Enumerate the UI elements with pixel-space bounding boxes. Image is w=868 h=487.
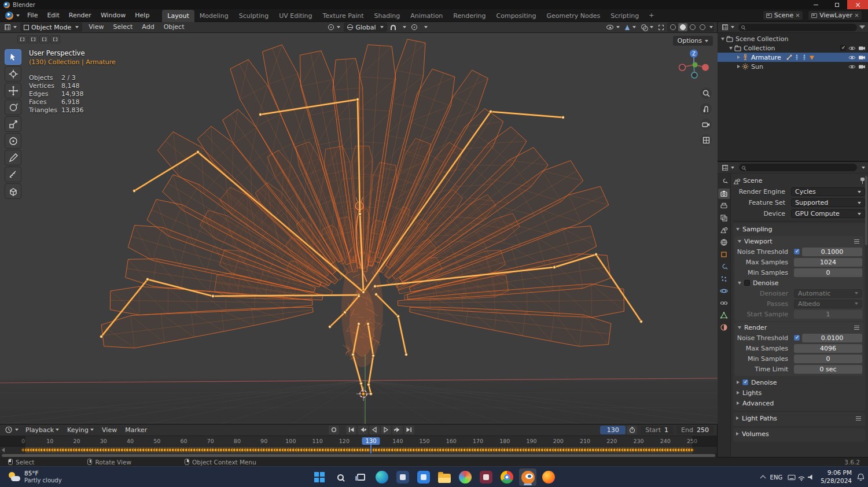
- chat-app[interactable]: [394, 468, 411, 486]
- viewport-noise-threshold-field[interactable]: 0.1000: [802, 248, 862, 256]
- keyframe-strip[interactable]: [0, 447, 717, 453]
- gizmo-x-negative[interactable]: [679, 64, 686, 71]
- task-view-button[interactable]: [352, 468, 370, 486]
- render-engine-dropdown[interactable]: Cycles: [791, 187, 865, 196]
- maximize-button[interactable]: [826, 0, 847, 9]
- navigation-gizmo[interactable]: Z: [677, 48, 711, 82]
- proportional-falloff-dropdown[interactable]: [421, 23, 429, 32]
- workspace-tab-animation[interactable]: Animation: [405, 10, 448, 22]
- noise-threshold-checkbox[interactable]: [794, 249, 800, 254]
- transform-tool-button[interactable]: [5, 133, 21, 149]
- toggle-orthographic-button[interactable]: [700, 134, 712, 146]
- select-box-mini-button[interactable]: [50, 35, 60, 43]
- notification-bell[interactable]: [857, 473, 865, 481]
- denoise-panel-header[interactable]: Denoise: [735, 377, 863, 388]
- annotate-tool-button[interactable]: [5, 150, 21, 165]
- store-app[interactable]: [415, 468, 432, 486]
- viewport-menu-object[interactable]: Object: [159, 21, 189, 34]
- search-button[interactable]: [332, 468, 349, 486]
- render-denoise-checkbox[interactable]: [742, 379, 748, 385]
- properties-search-input[interactable]: [739, 164, 857, 171]
- proportional-editing-toggle[interactable]: [410, 23, 419, 32]
- device-dropdown[interactable]: GPU Compute: [791, 209, 865, 218]
- workspace-tab-uv-editing[interactable]: UV Editing: [274, 10, 317, 22]
- play-button[interactable]: [381, 426, 391, 434]
- timeline-scrollbar[interactable]: [0, 453, 717, 458]
- advanced-panel-header[interactable]: Advanced: [735, 398, 863, 408]
- render-subpanel-header[interactable]: Render: [736, 322, 862, 333]
- chrome-app[interactable]: [498, 468, 516, 486]
- properties-tab-world[interactable]: [718, 237, 730, 248]
- frame-end-field[interactable]: End 250: [676, 426, 713, 434]
- viewport-denoise-checkbox[interactable]: [744, 280, 750, 286]
- play-reverse-button[interactable]: [369, 426, 380, 434]
- timeline-menu-keying[interactable]: Keying: [63, 426, 98, 434]
- preset-menu-icon[interactable]: [854, 239, 860, 244]
- workspace-tab-texture-paint[interactable]: Texture Paint: [318, 10, 369, 22]
- pin-icon[interactable]: [860, 178, 865, 184]
- select-box-tool-button[interactable]: [5, 49, 21, 65]
- properties-tab-output[interactable]: [718, 201, 730, 211]
- workspace-tab-geometry-nodes[interactable]: Geometry Nodes: [541, 10, 605, 22]
- move-tool-button[interactable]: [5, 83, 21, 98]
- blender-app[interactable]: [519, 468, 536, 486]
- gizmo-x-axis[interactable]: [702, 64, 709, 71]
- viewlayer-selector[interactable]: ViewLayer: [808, 10, 862, 20]
- properties-scrollbar[interactable]: [865, 176, 867, 245]
- show-gizmos-dropdown[interactable]: [623, 23, 638, 32]
- properties-tab-particles[interactable]: [718, 274, 730, 284]
- snapping-dropdown[interactable]: [399, 23, 408, 32]
- photos-app[interactable]: [457, 468, 474, 486]
- jump-prev-keyframe-button[interactable]: [358, 426, 368, 434]
- properties-tab-constraints[interactable]: [718, 298, 730, 308]
- viewport-subpanel-header[interactable]: Viewport: [736, 236, 862, 246]
- render-max-samples-field[interactable]: 4096: [794, 344, 862, 353]
- light-paths-panel-header[interactable]: Light Paths: [735, 412, 863, 424]
- properties-tab-scene[interactable]: [718, 225, 730, 235]
- render-noise-threshold-checkbox[interactable]: [794, 335, 800, 341]
- workspace-tab-sculpting[interactable]: Sculpting: [234, 10, 274, 22]
- camera-view-button[interactable]: [700, 119, 712, 130]
- menu-edit[interactable]: Edit: [42, 9, 64, 22]
- show-overlays-dropdown[interactable]: [639, 23, 655, 32]
- properties-tab-render[interactable]: [718, 189, 730, 199]
- options-dropdown[interactable]: Options: [673, 36, 713, 46]
- outliner-editor-type-button[interactable]: [720, 23, 736, 32]
- camera-icon[interactable]: [858, 46, 866, 51]
- eye-icon[interactable]: [848, 55, 856, 60]
- select-circle-button[interactable]: [28, 35, 38, 43]
- outliner-item-collection[interactable]: Collection: [718, 43, 868, 53]
- render-noise-threshold-field[interactable]: 0.0100: [802, 334, 862, 342]
- timeline-ruler[interactable]: 0102030405060708090100110120140150160170…: [0, 436, 717, 447]
- remove-viewlayer-icon[interactable]: [855, 13, 859, 17]
- workspace-tab-compositing[interactable]: Compositing: [491, 10, 542, 22]
- workspace-tab-scripting[interactable]: Scripting: [605, 10, 644, 22]
- rotate-tool-button[interactable]: [5, 99, 21, 115]
- cursor-tool-button[interactable]: [5, 66, 21, 82]
- preset-menu-icon[interactable]: [856, 416, 862, 421]
- scrollbar-handle[interactable]: [2, 454, 715, 457]
- properties-tab-object-data[interactable]: [718, 310, 730, 320]
- outliner-search-input[interactable]: [738, 24, 857, 31]
- workspace-tab-modeling[interactable]: Modeling: [194, 10, 234, 22]
- menu-file[interactable]: File: [23, 9, 42, 22]
- preset-menu-icon[interactable]: [854, 325, 860, 330]
- camera-icon[interactable]: [858, 55, 866, 60]
- editor-type-button[interactable]: [3, 23, 19, 32]
- feature-set-dropdown[interactable]: Supported: [791, 198, 865, 207]
- toggle-xray-button[interactable]: [657, 23, 665, 32]
- use-preview-range-toggle[interactable]: [627, 426, 637, 434]
- disclosure-open-icon[interactable]: [721, 38, 724, 40]
- file-explorer-app[interactable]: [436, 468, 453, 486]
- time-limit-field[interactable]: 0 sec: [794, 365, 862, 374]
- select-lasso-button[interactable]: [39, 35, 49, 43]
- transform-pivot-dropdown[interactable]: [326, 23, 342, 32]
- media-app[interactable]: [477, 468, 495, 486]
- current-frame-badge[interactable]: 130: [362, 437, 380, 445]
- menu-render[interactable]: Render: [64, 9, 96, 22]
- filter-icon[interactable]: [859, 25, 865, 29]
- blender-menu-button[interactable]: [2, 12, 23, 20]
- tray-expand-chevron[interactable]: [760, 475, 766, 481]
- exclude-checkbox[interactable]: [840, 45, 846, 51]
- filter-dropdown-icon[interactable]: [862, 167, 865, 169]
